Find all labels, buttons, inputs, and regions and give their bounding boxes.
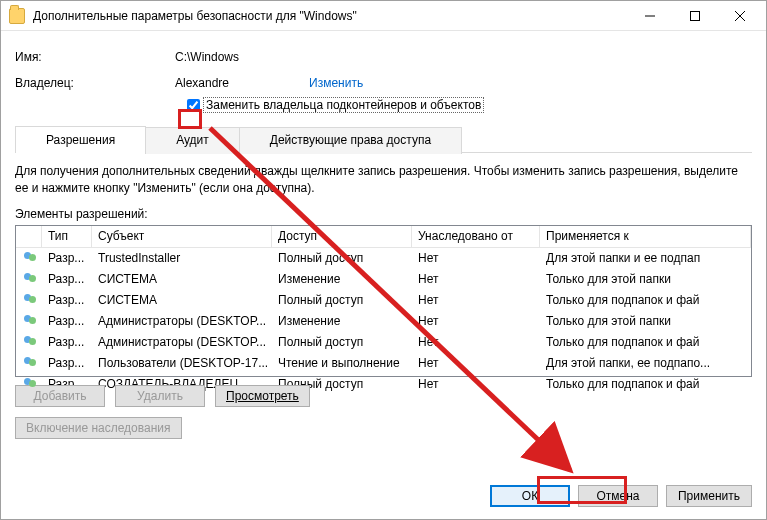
folder-icon	[9, 8, 25, 24]
owner-label: Владелец:	[15, 76, 175, 90]
cell-inherited: Нет	[412, 251, 540, 265]
col-access[interactable]: Доступ	[272, 226, 412, 247]
owner-value: Alexandre	[175, 76, 229, 90]
cell-applies: Для этой папки и ее подпап	[540, 251, 751, 265]
cell-subject: Пользователи (DESKTOP-17...	[92, 356, 272, 370]
enable-inheritance-button: Включение наследования	[15, 417, 182, 439]
col-subject[interactable]: Субъект	[92, 226, 272, 247]
description-text: Для получения дополнительных сведений дв…	[15, 163, 752, 197]
remove-button: Удалить	[115, 385, 205, 407]
cell-subject: TrustedInstaller	[92, 251, 272, 265]
view-button[interactable]: Просмотреть	[215, 385, 310, 407]
owner-row: Владелец: Alexandre Изменить	[15, 73, 752, 93]
users-icon	[16, 357, 42, 369]
col-applies[interactable]: Применяется к	[540, 226, 751, 247]
window-controls	[627, 2, 762, 30]
users-icon	[16, 336, 42, 348]
tab-audit[interactable]: Аудит	[145, 127, 240, 154]
users-icon	[16, 315, 42, 327]
cell-type: Разр...	[42, 314, 92, 328]
cell-type: Разр...	[42, 356, 92, 370]
cell-access: Изменение	[272, 272, 412, 286]
cell-type: Разр...	[42, 272, 92, 286]
cell-access: Полный доступ	[272, 251, 412, 265]
cell-subject: Администраторы (DESKTOP...	[92, 335, 272, 349]
table-body: Разр...TrustedInstallerПолный доступНетД…	[16, 248, 751, 395]
table-row[interactable]: Разр...Администраторы (DESKTOP...Изменен…	[16, 311, 751, 332]
tab-effective-access[interactable]: Действующие права доступа	[239, 127, 462, 154]
name-row: Имя: C:\Windows	[15, 47, 752, 67]
name-value: C:\Windows	[175, 50, 239, 64]
cell-type: Разр...	[42, 335, 92, 349]
cell-applies: Только для подпапок и фай	[540, 335, 751, 349]
change-owner-link[interactable]: Изменить	[309, 76, 363, 90]
cell-type: Разр...	[42, 293, 92, 307]
svg-rect-1	[690, 11, 699, 20]
cell-subject: СИСТЕМА	[92, 272, 272, 286]
apply-button[interactable]: Применить	[666, 485, 752, 507]
cell-inherited: Нет	[412, 356, 540, 370]
tabs: Разрешения Аудит Действующие права досту…	[15, 125, 752, 153]
cell-applies: Только для этой папки	[540, 314, 751, 328]
table-row[interactable]: Разр...СИСТЕМАПолный доступНетТолько для…	[16, 290, 751, 311]
cell-inherited: Нет	[412, 335, 540, 349]
cell-type: Разр...	[42, 251, 92, 265]
cell-inherited: Нет	[412, 272, 540, 286]
table-row[interactable]: Разр...TrustedInstallerПолный доступНетД…	[16, 248, 751, 269]
cell-access: Чтение и выполнение	[272, 356, 412, 370]
col-icon[interactable]	[16, 226, 42, 247]
table-row[interactable]: Разр...Пользователи (DESKTOP-17...Чтение…	[16, 353, 751, 374]
col-inherited[interactable]: Унаследовано от	[412, 226, 540, 247]
minimize-button[interactable]	[627, 2, 672, 30]
cancel-button[interactable]: Отмена	[578, 485, 658, 507]
cell-access: Изменение	[272, 314, 412, 328]
table-header: Тип Субъект Доступ Унаследовано от Приме…	[16, 226, 751, 248]
table-buttons: Добавить Удалить Просмотреть	[15, 385, 752, 407]
titlebar: Дополнительные параметры безопасности дл…	[1, 1, 766, 31]
dialog-body: Имя: C:\Windows Владелец: Alexandre Изме…	[1, 31, 766, 519]
cell-inherited: Нет	[412, 293, 540, 307]
maximize-button[interactable]	[672, 2, 717, 30]
users-icon	[16, 252, 42, 264]
cell-inherited: Нет	[412, 314, 540, 328]
dialog-footer: ОК Отмена Применить	[15, 471, 752, 507]
col-type[interactable]: Тип	[42, 226, 92, 247]
permissions-table: Тип Субъект Доступ Унаследовано от Приме…	[15, 225, 752, 377]
ok-button[interactable]: ОК	[490, 485, 570, 507]
cell-applies: Только для этой папки	[540, 272, 751, 286]
inheritance-row: Включение наследования	[15, 417, 752, 439]
cell-access: Полный доступ	[272, 335, 412, 349]
cell-applies: Только для подпапок и фай	[540, 293, 751, 307]
permission-elements-label: Элементы разрешений:	[15, 207, 752, 221]
name-label: Имя:	[15, 50, 175, 64]
close-button[interactable]	[717, 2, 762, 30]
cell-access: Полный доступ	[272, 293, 412, 307]
cell-applies: Для этой папки, ее подпапо...	[540, 356, 751, 370]
advanced-security-window: Дополнительные параметры безопасности дл…	[0, 0, 767, 520]
replace-owner-label[interactable]: Заменить владельца подконтейнеров и объе…	[203, 97, 484, 113]
cell-subject: СИСТЕМА	[92, 293, 272, 307]
table-row[interactable]: Разр...СИСТЕМАИзменениеНетТолько для это…	[16, 269, 751, 290]
replace-owner-row: Заменить владельца подконтейнеров и объе…	[187, 97, 752, 113]
window-title: Дополнительные параметры безопасности дл…	[33, 9, 627, 23]
replace-owner-checkbox[interactable]	[187, 99, 200, 112]
users-icon	[16, 273, 42, 285]
cell-subject: Администраторы (DESKTOP...	[92, 314, 272, 328]
table-row[interactable]: Разр...Администраторы (DESKTOP...Полный …	[16, 332, 751, 353]
tab-permissions[interactable]: Разрешения	[15, 126, 146, 153]
users-icon	[16, 294, 42, 306]
